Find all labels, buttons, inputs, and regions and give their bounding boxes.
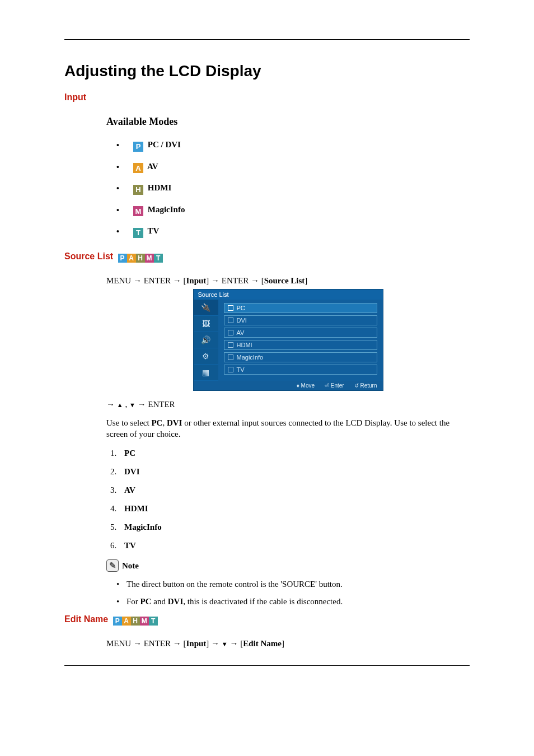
available-modes-list: P PC / DVI A AV H HDMI M MagicInfo T TV [106, 140, 470, 238]
mode-label: TV [147, 226, 159, 235]
check-icon [228, 305, 233, 311]
check-icon [228, 354, 233, 360]
osd-item-label: HDMI [237, 342, 252, 348]
mode-item: A AV [116, 162, 470, 174]
osd-side-sound-icon: 🔊 [194, 332, 218, 348]
osd-foot-label: Enter [331, 382, 344, 389]
osd-item: TV [224, 365, 377, 375]
mode-chip-t-icon: T [133, 228, 143, 238]
section-edit-name: Edit Name P A H M T [64, 614, 470, 626]
list-item: MagicInfo [119, 522, 470, 532]
mode-chips-row: P A H M T [113, 617, 158, 626]
source-numbered-list: PC DVI AV HDMI MagicInfo TV [106, 449, 470, 550]
note-heading: ✎ Note [106, 559, 470, 572]
section-input: Input [64, 92, 470, 102]
mode-label: HDMI [148, 183, 172, 192]
osd-item: DVI [224, 315, 377, 325]
mode-chip-h-icon: H [136, 254, 145, 263]
path-text: → [ [228, 639, 243, 648]
path-bold: Edit Name [243, 639, 282, 648]
path-bold: Source List [264, 276, 305, 285]
path-bold: Input [186, 639, 207, 648]
path-text: ] → ENTER → [ [206, 276, 264, 285]
osd-sidebar: 🔌 🖼 🔊 ⚙ ▦ [194, 300, 218, 381]
desc-bold: DVI [167, 418, 182, 427]
osd-foot-label: Return [360, 382, 377, 389]
mode-chip-a-icon: A [127, 254, 136, 263]
osd-item: AV [224, 328, 377, 338]
mode-chip-t-icon: T [149, 617, 158, 626]
mode-label: PC / DVI [148, 140, 181, 149]
check-icon [228, 367, 233, 372]
osd-title: Source List [194, 290, 383, 300]
osd-item-selected: PC [224, 303, 377, 313]
osd-item-label: AV [237, 329, 245, 336]
osd-foot-label: Move [301, 382, 315, 389]
list-item-label: MagicInfo [124, 522, 162, 531]
up-arrow-icon: ▲ [117, 402, 123, 408]
path-bold: Input [186, 276, 207, 285]
mode-chip-m-icon: M [140, 617, 149, 626]
list-item-label: HDMI [124, 504, 148, 513]
desc-text: , [162, 418, 167, 427]
mode-item: H HDMI [116, 183, 470, 195]
mode-chip-p-icon: P [133, 142, 143, 152]
osd-side-setup-icon: ⚙ [194, 348, 218, 365]
path-text: ] [282, 639, 284, 648]
mode-chip-h-icon: H [131, 617, 140, 626]
mode-label: AV [147, 162, 158, 171]
down-arrow-icon: ▼ [222, 641, 228, 647]
osd-side-multi-icon: ▦ [194, 365, 218, 381]
list-item-label: DVI [124, 467, 140, 476]
osd-main: PC DVI AV HDMI MagicInfo TV [218, 300, 383, 381]
osd-item-label: TV [237, 366, 245, 373]
page-title: Adjusting the LCD Display [64, 62, 470, 80]
available-modes-heading: Available Modes [106, 116, 470, 128]
path-text: MENU → ENTER → [ [106, 639, 186, 648]
section-source-list: Source List P A H M T [64, 251, 470, 263]
path-text: MENU → ENTER → [ [106, 276, 186, 285]
ctrl-text: , [123, 400, 129, 409]
note-bold: PC [140, 597, 152, 606]
note-icon: ✎ [106, 559, 119, 572]
edit-name-menu-path: MENU → ENTER → [Input] → ▼ → [Edit Name] [106, 639, 470, 648]
note-label: Note [122, 561, 139, 571]
mode-item: P PC / DVI [116, 140, 470, 152]
list-item-label: PC [124, 449, 135, 458]
osd-foot-return: ↺ Return [354, 382, 377, 389]
note-text: and [152, 597, 168, 606]
osd-foot-enter: ⏎ Enter [325, 382, 344, 389]
mode-chip-a-icon: A [133, 163, 143, 173]
mode-chip-t-icon: T [154, 254, 163, 263]
control-sequence: → ▲ , ▼ → ENTER [106, 400, 470, 409]
check-icon [228, 342, 233, 348]
mode-label: MagicInfo [148, 205, 185, 214]
desc-bold: PC [151, 418, 162, 427]
osd-side-input-icon: 🔌 [194, 300, 218, 316]
mode-item: M MagicInfo [116, 205, 470, 217]
section-edit-name-label: Edit Name [64, 614, 108, 624]
note-bold: DVI [168, 597, 184, 606]
mode-chip-m-icon: M [145, 254, 154, 263]
list-item: TV [119, 541, 470, 550]
list-item-label: TV [124, 541, 136, 550]
osd-footer: ♦ Move ⏎ Enter ↺ Return [194, 381, 383, 390]
list-item: PC [119, 449, 470, 458]
desc-text: Use to select [106, 418, 151, 427]
mode-chip-m-icon: M [133, 206, 143, 216]
note-item: The direct button on the remote control … [116, 580, 470, 589]
osd-item-label: MagicInfo [237, 354, 264, 361]
osd-side-picture-icon: 🖼 [194, 316, 218, 332]
source-list-description: Use to select PC, DVI or other external … [106, 417, 470, 440]
list-item-label: AV [124, 486, 135, 494]
note-list: The direct button on the remote control … [106, 580, 470, 606]
note-text: For [127, 597, 140, 606]
mode-chips-row: P A H M T [118, 254, 163, 263]
osd-body: 🔌 🖼 🔊 ⚙ ▦ PC DVI AV HDMI MagicInfo TV [194, 300, 383, 381]
list-item: DVI [119, 467, 470, 477]
list-item: AV [119, 486, 470, 495]
section-input-label: Input [64, 92, 86, 102]
mode-item: T TV [116, 226, 470, 238]
path-text: ] → [206, 639, 222, 648]
down-arrow-icon: ▼ [129, 402, 135, 408]
